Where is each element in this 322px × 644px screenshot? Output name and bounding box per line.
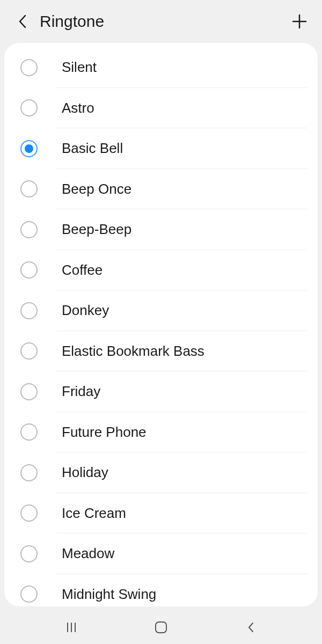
page-title: Ringtone xyxy=(40,12,289,31)
ringtone-item[interactable]: Beep-Beep xyxy=(4,209,318,250)
add-button[interactable] xyxy=(289,11,310,32)
radio-button[interactable] xyxy=(20,586,38,603)
ringtone-label: Holiday xyxy=(62,464,108,481)
ringtone-label: Beep-Beep xyxy=(62,221,131,238)
radio-button[interactable] xyxy=(20,59,38,76)
ringtone-label: Ice Cream xyxy=(62,505,126,522)
ringtone-item[interactable]: Elastic Bookmark Bass xyxy=(4,331,318,372)
ringtone-label: Future Phone xyxy=(62,424,147,441)
ringtone-item[interactable]: Basic Bell xyxy=(4,128,318,169)
ringtone-item[interactable]: Meadow xyxy=(4,533,318,574)
ringtone-item[interactable]: Silent xyxy=(4,47,318,88)
radio-button[interactable] xyxy=(20,545,38,562)
ringtone-item[interactable]: Astro xyxy=(4,88,318,129)
ringtone-item[interactable]: Coffee xyxy=(4,250,318,291)
ringtone-label: Meadow xyxy=(62,545,114,562)
radio-button[interactable] xyxy=(20,140,38,157)
ringtone-label: Astro xyxy=(62,100,94,116)
nav-back-button[interactable] xyxy=(235,617,267,638)
home-icon xyxy=(154,620,168,634)
radio-button[interactable] xyxy=(20,180,38,197)
radio-button[interactable] xyxy=(20,383,38,400)
ringtone-item[interactable]: Holiday xyxy=(4,452,318,493)
radio-button[interactable] xyxy=(20,423,38,441)
chevron-left-icon xyxy=(18,14,27,29)
chevron-left-icon xyxy=(247,621,254,633)
ringtone-item[interactable]: Friday xyxy=(4,371,318,412)
radio-button[interactable] xyxy=(20,504,38,522)
ringtone-label: Basic Bell xyxy=(62,140,123,157)
radio-button[interactable] xyxy=(20,302,38,319)
radio-button[interactable] xyxy=(20,261,38,279)
ringtone-item[interactable]: Midnight Swing xyxy=(4,574,318,607)
radio-button[interactable] xyxy=(20,99,38,116)
radio-button[interactable] xyxy=(20,464,38,481)
svg-rect-0 xyxy=(156,622,166,633)
ringtone-label: Elastic Bookmark Bass xyxy=(62,343,204,360)
header: Ringtone xyxy=(0,0,322,43)
recents-icon xyxy=(65,621,78,634)
plus-icon xyxy=(291,13,308,30)
radio-button[interactable] xyxy=(20,221,38,238)
radio-button[interactable] xyxy=(20,342,38,360)
ringtone-label: Friday xyxy=(62,383,100,400)
ringtone-list: SilentAstroBasic BellBeep OnceBeep-BeepC… xyxy=(4,43,318,606)
back-button[interactable] xyxy=(12,11,33,32)
ringtone-item[interactable]: Ice Cream xyxy=(4,493,318,534)
ringtone-label: Coffee xyxy=(62,262,103,279)
ringtone-label: Donkey xyxy=(62,302,109,319)
ringtone-item[interactable]: Donkey xyxy=(4,290,318,331)
ringtone-item[interactable]: Beep Once xyxy=(4,169,318,210)
recents-button[interactable] xyxy=(55,617,87,638)
ringtone-item[interactable]: Future Phone xyxy=(4,412,318,453)
navigation-bar xyxy=(0,611,322,644)
home-button[interactable] xyxy=(145,617,177,638)
ringtone-label: Silent xyxy=(62,59,97,76)
ringtone-label: Midnight Swing xyxy=(62,586,156,603)
ringtone-label: Beep Once xyxy=(62,181,131,197)
